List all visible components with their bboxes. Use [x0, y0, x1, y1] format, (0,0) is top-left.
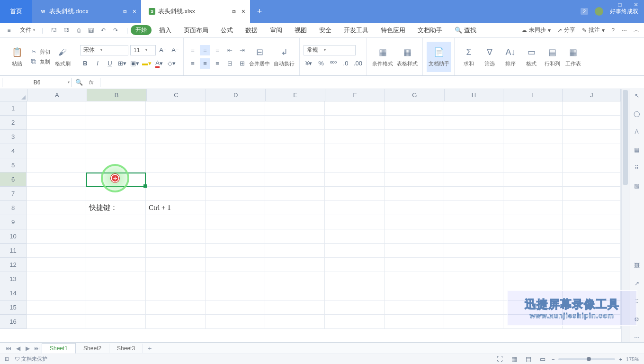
- align-center-icon[interactable]: ≡: [200, 58, 210, 69]
- cell[interactable]: [86, 144, 146, 158]
- cell[interactable]: [563, 258, 621, 272]
- increase-font-icon[interactable]: A⁺: [158, 45, 168, 55]
- bold-button[interactable]: B: [80, 58, 90, 69]
- close-button[interactable]: ✕: [628, 0, 644, 9]
- cell[interactable]: [27, 187, 86, 201]
- column-header[interactable]: C: [147, 89, 206, 101]
- increase-decimal-icon[interactable]: .00: [353, 58, 363, 69]
- align-middle-icon[interactable]: ≡: [200, 45, 210, 55]
- column-header[interactable]: I: [503, 89, 563, 101]
- cell[interactable]: [206, 244, 265, 258]
- border-button[interactable]: ⊞▾: [117, 58, 127, 69]
- cell[interactable]: [563, 187, 621, 201]
- zoom-level[interactable]: 175%: [626, 356, 639, 362]
- sheet-nav-next-icon[interactable]: ▶: [23, 345, 32, 352]
- sheet-tab-3[interactable]: Sheet3: [109, 344, 143, 353]
- view-page-icon[interactable]: ▤: [523, 354, 534, 364]
- cell[interactable]: [444, 258, 503, 272]
- cell[interactable]: [325, 315, 385, 329]
- decrease-decimal-icon[interactable]: .0: [340, 58, 351, 69]
- cell[interactable]: [563, 215, 621, 229]
- table-style-button[interactable]: ▦表格样式: [395, 42, 420, 72]
- cell[interactable]: [385, 286, 444, 300]
- cell[interactable]: [27, 215, 86, 229]
- row-header[interactable]: 3: [0, 130, 27, 144]
- undo-icon[interactable]: ↶: [99, 26, 107, 35]
- cell[interactable]: [265, 300, 325, 315]
- cell[interactable]: [146, 130, 206, 144]
- cell[interactable]: [503, 272, 563, 286]
- cell[interactable]: [206, 272, 265, 286]
- font-name-select[interactable]: 宋体▾: [80, 45, 128, 55]
- sheet-nav-first-icon[interactable]: ⏮: [4, 345, 13, 352]
- cell[interactable]: [27, 158, 86, 173]
- row-header[interactable]: 10: [0, 229, 27, 244]
- cell[interactable]: [385, 244, 444, 258]
- row-header[interactable]: 5: [0, 158, 27, 173]
- cell[interactable]: [563, 144, 621, 158]
- cell[interactable]: [563, 272, 621, 286]
- export-icon[interactable]: ↧: [632, 297, 642, 306]
- decrease-indent-icon[interactable]: ⇤: [224, 45, 235, 55]
- cell[interactable]: [385, 201, 444, 215]
- row-col-button[interactable]: ▤行和列: [542, 42, 563, 72]
- select-all-corner[interactable]: [0, 89, 27, 101]
- view-normal-icon[interactable]: ⛶: [495, 354, 505, 364]
- cell[interactable]: [385, 116, 444, 130]
- align-bottom-icon[interactable]: ≡: [212, 45, 223, 55]
- cell[interactable]: [325, 158, 385, 173]
- menu-tab-formula[interactable]: 公式: [216, 24, 238, 36]
- cell[interactable]: [27, 173, 86, 187]
- format-painter-button[interactable]: 🖌格式刷: [52, 42, 73, 72]
- cell[interactable]: [265, 272, 325, 286]
- cell[interactable]: [206, 300, 265, 315]
- cell[interactable]: [146, 244, 206, 258]
- cell[interactable]: [325, 187, 385, 201]
- select-tool-icon[interactable]: ↖: [632, 91, 642, 100]
- comma-icon[interactable]: ººº: [328, 58, 339, 69]
- cell[interactable]: [265, 229, 325, 244]
- cell[interactable]: [146, 315, 206, 329]
- cell[interactable]: [86, 272, 146, 286]
- cell[interactable]: [265, 187, 325, 201]
- align-right-icon[interactable]: ≡: [212, 58, 223, 69]
- cell[interactable]: [27, 300, 86, 315]
- more-icon[interactable]: ⋯: [621, 27, 627, 34]
- cell[interactable]: [503, 158, 563, 173]
- row-header[interactable]: 12: [0, 258, 27, 272]
- cell[interactable]: [146, 187, 206, 201]
- cell[interactable]: [444, 116, 503, 130]
- sheet-nav-prev-icon[interactable]: ◀: [13, 345, 23, 352]
- cell[interactable]: [563, 130, 621, 144]
- sheet-nav-last-icon[interactable]: ⏭: [32, 345, 42, 352]
- cell[interactable]: Ctrl + 1: [146, 201, 206, 215]
- cell[interactable]: [265, 258, 325, 272]
- cell[interactable]: [146, 101, 206, 116]
- menu-tab-security[interactable]: 安全: [314, 24, 336, 36]
- cell[interactable]: [146, 258, 206, 272]
- cell[interactable]: [27, 229, 86, 244]
- formula-input[interactable]: [100, 78, 640, 87]
- number-format-select[interactable]: 常规▾: [304, 45, 356, 55]
- orientation-icon[interactable]: ⊞: [237, 58, 247, 69]
- cell[interactable]: [563, 286, 621, 300]
- increase-indent-icon[interactable]: ⇥: [237, 45, 247, 55]
- cell[interactable]: [385, 187, 444, 201]
- cell[interactable]: [146, 144, 206, 158]
- zoom-in-button[interactable]: +: [619, 356, 622, 362]
- sum-button[interactable]: Σ求和: [458, 42, 479, 72]
- cell[interactable]: [325, 258, 385, 272]
- row-header[interactable]: 13: [0, 272, 27, 286]
- menu-tab-data[interactable]: 数据: [241, 24, 262, 36]
- cell[interactable]: [206, 187, 265, 201]
- cell[interactable]: [444, 101, 503, 116]
- row-header[interactable]: 14: [0, 286, 27, 300]
- apps-icon[interactable]: ⠿: [632, 163, 642, 173]
- cell[interactable]: [503, 101, 563, 116]
- row-header[interactable]: 1: [0, 101, 27, 116]
- home-tab[interactable]: 首页: [0, 0, 32, 23]
- cell[interactable]: [206, 144, 265, 158]
- document-tab-docx[interactable]: W 表头斜线.docx ⧉ ×: [32, 0, 141, 23]
- cell[interactable]: [265, 144, 325, 158]
- settings-icon[interactable]: ⚙: [632, 315, 642, 324]
